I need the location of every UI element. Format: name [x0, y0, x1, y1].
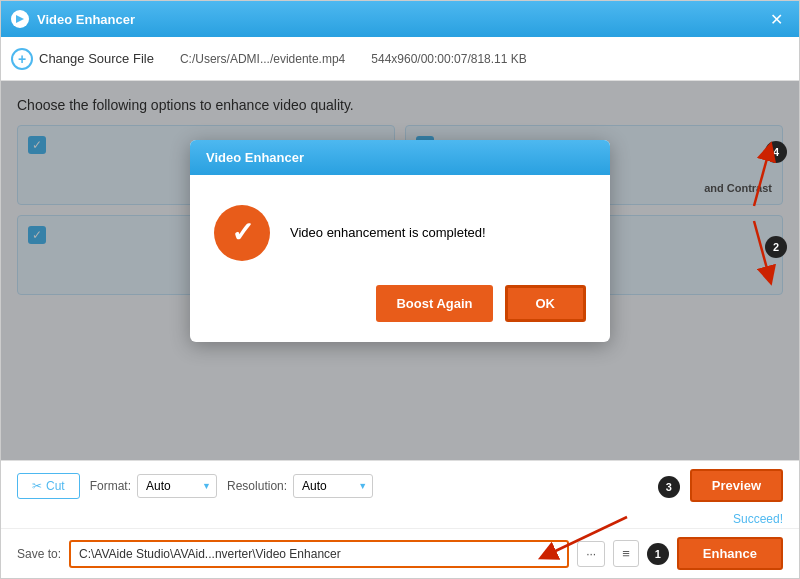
save-list-button[interactable]: ≡ — [613, 540, 639, 567]
resolution-group: Resolution: Auto — [227, 474, 373, 498]
dialog-overlay: Video Enhancer ✓ Video enhancement is co… — [1, 81, 799, 460]
file-meta: 544x960/00:00:07/818.11 KB — [371, 52, 526, 66]
toolbar: + Change Source File C:/Users/ADMI.../ev… — [1, 37, 799, 81]
save-path-input[interactable] — [69, 540, 569, 568]
change-source-label: Change Source File — [39, 51, 154, 66]
scissors-icon: ✂ — [32, 479, 42, 493]
bottom-bar: ✂ Cut Format: Auto Resolution: Auto — [1, 460, 799, 510]
format-group: Format: Auto — [90, 474, 217, 498]
main-window: Video Enhancer ✕ + Change Source File C:… — [0, 0, 800, 579]
badge-4: 4 — [765, 141, 787, 163]
succeed-bar: Succeed! — [1, 510, 799, 528]
format-select[interactable]: Auto — [137, 474, 217, 498]
preview-button[interactable]: Preview — [690, 469, 783, 502]
dialog-footer: Boost Again OK — [190, 285, 610, 342]
svg-marker-0 — [16, 15, 24, 23]
dialog-message: Video enhancement is completed! — [290, 225, 486, 240]
resolution-select[interactable]: Auto — [293, 474, 373, 498]
format-label: Format: — [90, 479, 131, 493]
cut-button[interactable]: ✂ Cut — [17, 473, 80, 499]
save-label: Save to: — [17, 547, 61, 561]
resolution-label: Resolution: — [227, 479, 287, 493]
badge-1: 1 — [647, 543, 669, 565]
dialog-title-bar: Video Enhancer — [190, 140, 610, 175]
window-title: Video Enhancer — [37, 12, 764, 27]
save-bar: Save to: ··· ≡ 1 Enhance — [1, 528, 799, 578]
dialog-title: Video Enhancer — [206, 150, 304, 165]
file-path: C:/Users/ADMI.../evidente.mp4 — [180, 52, 345, 66]
ok-button[interactable]: OK — [505, 285, 587, 322]
badge-3: 3 — [658, 476, 680, 498]
succeed-text: Succeed! — [733, 512, 783, 526]
badge-2: 2 — [765, 236, 787, 258]
resolution-select-wrapper: Auto — [293, 474, 373, 498]
app-icon — [11, 10, 29, 28]
save-dots-button[interactable]: ··· — [577, 541, 605, 567]
dialog-body: ✓ Video enhancement is completed! — [190, 175, 610, 285]
format-select-wrapper: Auto — [137, 474, 217, 498]
boost-again-button[interactable]: Boost Again — [376, 285, 492, 322]
cut-label: Cut — [46, 479, 65, 493]
title-bar: Video Enhancer ✕ — [1, 1, 799, 37]
check-icon: ✓ — [231, 216, 254, 249]
success-icon: ✓ — [214, 205, 270, 261]
enhance-button[interactable]: Enhance — [677, 537, 783, 570]
add-icon: + — [11, 48, 33, 70]
change-source-button[interactable]: + Change Source File — [11, 48, 154, 70]
close-button[interactable]: ✕ — [764, 8, 789, 31]
dialog: Video Enhancer ✓ Video enhancement is co… — [190, 140, 610, 342]
main-content: Choose the following options to enhance … — [1, 81, 799, 460]
